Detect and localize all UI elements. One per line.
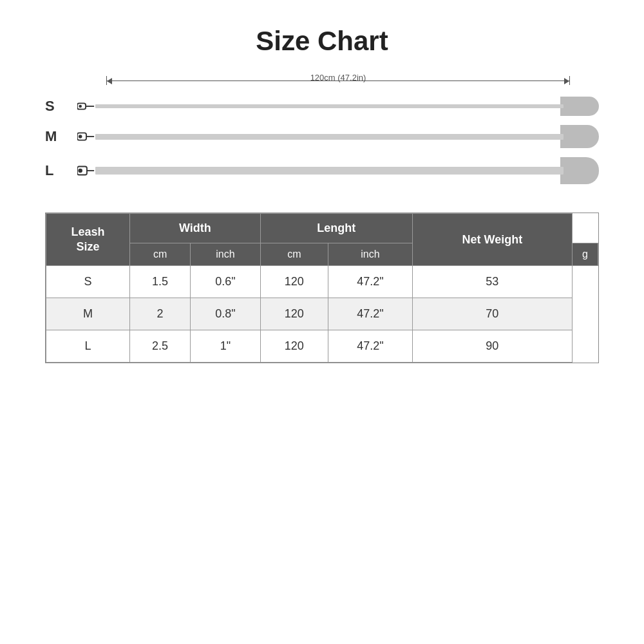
cell-width-inch-s: 0.6" [191,266,260,298]
cell-length-inch-s: 47.2" [328,266,413,298]
cell-weight-s: 53 [412,266,572,298]
sub-width-inch: inch [191,243,260,266]
handle-l [560,157,599,184]
svg-point-5 [79,135,82,138]
cell-length-cm-m: 120 [260,298,328,330]
leash-row-l: L [45,157,599,184]
table-header-main: LeashSize Width Lenght Net Weight [46,214,598,243]
svg-point-8 [78,169,82,173]
cell-weight-l: 90 [412,330,572,363]
dimension-row: 120cm (47.2in) [45,76,599,85]
cell-width-inch-m: 0.8" [191,298,260,330]
handle-s [560,97,599,116]
cell-weight-m: 70 [412,298,572,330]
cell-length-cm-s: 120 [260,266,328,298]
leash-row-m: M [45,125,599,148]
dimension-label: 120cm (47.2in) [310,73,366,82]
diagram-section: 120cm (47.2in) S M [45,76,599,193]
cell-length-inch-m: 47.2" [328,298,413,330]
cell-width-cm-m: 2 [130,298,191,330]
strap-m [95,134,564,140]
sub-length-inch: inch [328,243,413,266]
cell-size-l: L [46,330,130,363]
svg-point-2 [79,105,82,108]
col-leash-size: LeashSize [46,214,130,266]
cell-width-cm-l: 2.5 [130,330,191,363]
col-weight: Net Weight [412,214,572,266]
clip-icon-l [77,164,95,178]
page-title: Size Chart [256,26,388,57]
cell-length-inch-l: 47.2" [328,330,413,363]
handle-m [560,125,599,148]
leash-row-s: S [45,97,599,116]
cell-size-m: M [46,298,130,330]
col-length: Lenght [260,214,412,243]
strap-l [95,167,564,175]
table-row-s: S1.50.6"12047.2"53 [46,266,598,298]
col-width: Width [130,214,261,243]
sub-weight-g: g [572,243,598,266]
strap-s [95,104,564,108]
sub-width-cm: cm [130,243,191,266]
cell-size-s: S [46,266,130,298]
cell-length-cm-l: 120 [260,330,328,363]
clip-icon-m [77,129,95,144]
table-row-l: L2.51"12047.2"90 [46,330,598,363]
cell-width-cm-s: 1.5 [130,266,191,298]
table-row-m: M20.8"12047.2"70 [46,298,598,330]
leash-label-s: S [45,98,77,115]
size-chart-table: LeashSize Width Lenght Net Weight cm inc… [45,213,599,363]
sub-length-cm: cm [260,243,328,266]
clip-icon-s [77,99,95,113]
leash-label-l: L [45,162,77,179]
leash-label-m: M [45,128,77,145]
cell-width-inch-l: 1" [191,330,260,363]
